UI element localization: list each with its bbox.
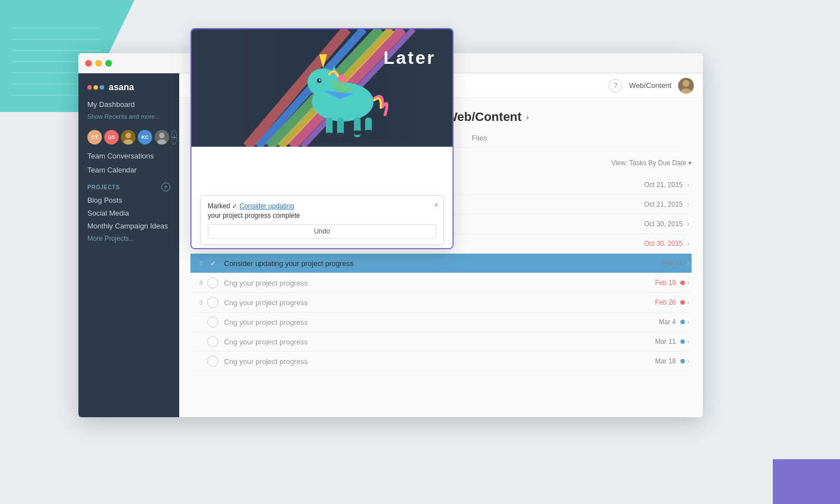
task-dot: [680, 339, 685, 344]
celebration-white-section: Marked ✓ Consider updating your project …: [192, 147, 452, 249]
task-date: Feb 26: [655, 298, 680, 306]
toast-text: Marked ✓ Consider updating your project …: [208, 202, 436, 221]
task-expand-icon[interactable]: ›: [687, 259, 692, 267]
svg-rect-34: [365, 130, 372, 134]
sidebar-projects-header: PROJECTS +: [78, 177, 179, 194]
avatar-kc: KC: [138, 130, 152, 144]
task-checkbox[interactable]: [207, 336, 218, 347]
sidebar: asana My Dashboard Show Recents and more…: [78, 73, 179, 417]
sidebar-item-my-dashboard[interactable]: My Dashboard: [78, 97, 179, 112]
task-dot: [680, 359, 685, 363]
task-checkbox[interactable]: [207, 316, 218, 328]
task-row[interactable]: 8C⁠ng your project progressFeb 19›: [190, 273, 692, 293]
unicorn-svg: [281, 35, 393, 147]
svg-point-11: [683, 80, 689, 87]
sidebar-project-social-media[interactable]: Social Media: [78, 207, 179, 220]
sidebar-show-recents[interactable]: Show Recents and more...: [78, 112, 179, 125]
task-date: Mar 11: [655, 338, 680, 346]
task-date: Mar 18: [655, 357, 680, 365]
toast-suffix: your project progress complete: [208, 212, 300, 220]
task-date: Oct 21, 2015: [644, 181, 687, 189]
sidebar-item-team-calendar[interactable]: Team Calendar: [78, 163, 179, 177]
user-avatar-top[interactable]: [678, 78, 694, 94]
logo-dot-1: [87, 85, 92, 90]
toast-prefix: Marked ✓: [208, 202, 240, 210]
task-number: 8: [190, 279, 207, 286]
task-row[interactable]: C⁠ng your project progressMar 18›: [190, 352, 692, 371]
logo-dot-3: [100, 85, 104, 90]
sidebar-project-monthly-campaign[interactable]: Monthly Campaign Ideas: [78, 220, 179, 232]
celebration-dark-section: Later: [192, 29, 452, 147]
celebration-later-text: Later: [384, 48, 436, 68]
task-expand-icon[interactable]: ›: [687, 338, 692, 346]
task-date: Oct 30, 2015: [644, 220, 687, 228]
top-bar-right: ? Web/Content: [609, 78, 694, 94]
task-row[interactable]: 9C⁠ng your project progressFeb 26›: [190, 293, 692, 312]
task-expand-icon[interactable]: ›: [687, 298, 692, 306]
avatar-lm: [121, 130, 136, 144]
view-button[interactable]: View: Tasks By Due Date ▾: [611, 159, 692, 167]
breadcrumb: Web/Content: [629, 81, 671, 90]
minimize-button[interactable]: [95, 60, 102, 67]
sidebar-item-team-conversations[interactable]: Team Conversations: [78, 149, 179, 163]
sidebar-avatars: CT GS KC +: [78, 125, 179, 149]
toast-notification: Marked ✓ Consider updating your project …: [200, 195, 444, 245]
tab-files[interactable]: Files: [463, 129, 496, 148]
task-date: Feb 12: [662, 259, 687, 267]
task-expand-icon[interactable]: ›: [687, 240, 692, 248]
task-row[interactable]: C⁠ng your project progressMar 11›: [190, 332, 692, 352]
avatar-ct: CT: [87, 130, 102, 144]
sidebar-logo-text: asana: [109, 82, 134, 92]
task-checkbox[interactable]: [207, 258, 218, 269]
toast-close-button[interactable]: ×: [434, 200, 438, 209]
task-row[interactable]: C⁠ng your project progressMar 4›: [190, 312, 692, 332]
sidebar-project-blog-posts[interactable]: Blog Posts: [78, 194, 179, 207]
svg-rect-31: [326, 133, 333, 137]
task-date: Feb 19: [655, 279, 680, 287]
svg-point-7: [125, 133, 131, 138]
task-name: C⁠ng your project progress: [224, 279, 655, 287]
task-name: C⁠ng your project progress: [224, 357, 655, 366]
task-name: C⁠ng your project progress: [224, 298, 655, 307]
svg-point-10: [157, 139, 166, 144]
task-name: C⁠ng your project progress: [224, 318, 659, 326]
task-date: Oct 21, 2015: [644, 200, 687, 208]
svg-point-25: [319, 80, 321, 81]
task-expand-icon[interactable]: ›: [687, 200, 692, 208]
content-title-chevron-icon[interactable]: ›: [526, 113, 529, 122]
avatar-ad: [155, 130, 169, 144]
task-expand-icon[interactable]: ›: [687, 357, 692, 365]
task-dot: [680, 320, 685, 324]
task-expand-icon[interactable]: ›: [687, 318, 692, 326]
sidebar-more-projects[interactable]: More Projects...: [78, 232, 179, 245]
celebration-overlay: Later: [190, 28, 454, 249]
task-row[interactable]: 5Consider updating your project progress…: [190, 254, 692, 273]
task-number: 5: [190, 260, 207, 267]
task-dot: [680, 300, 685, 305]
avatar-add-button[interactable]: +: [171, 130, 177, 144]
undo-button[interactable]: Undo: [208, 224, 436, 239]
sidebar-add-project-button[interactable]: +: [161, 183, 170, 192]
sidebar-logo: asana: [78, 73, 179, 97]
svg-point-8: [124, 139, 133, 144]
task-name: C⁠ng your project progress: [224, 338, 655, 346]
task-dot: [680, 281, 685, 285]
close-button[interactable]: [85, 60, 92, 67]
svg-rect-33: [354, 130, 361, 135]
window-controls: [78, 60, 112, 67]
svg-point-9: [159, 133, 165, 138]
task-expand-icon[interactable]: ›: [687, 181, 692, 189]
task-expand-icon[interactable]: ›: [687, 279, 692, 287]
sidebar-projects-label: PROJECTS: [87, 184, 120, 190]
task-date: Oct 30, 2015: [644, 240, 687, 248]
task-date: Mar 4: [659, 318, 680, 326]
maximize-button[interactable]: [105, 60, 112, 67]
task-expand-icon[interactable]: ›: [687, 220, 692, 228]
task-checkbox[interactable]: [207, 277, 218, 288]
task-checkbox[interactable]: [207, 297, 218, 308]
svg-marker-23: [319, 54, 327, 68]
task-number: 9: [190, 299, 207, 306]
task-checkbox[interactable]: [207, 356, 218, 367]
help-button[interactable]: ?: [609, 79, 622, 92]
toast-link[interactable]: Consider updating: [240, 202, 294, 210]
